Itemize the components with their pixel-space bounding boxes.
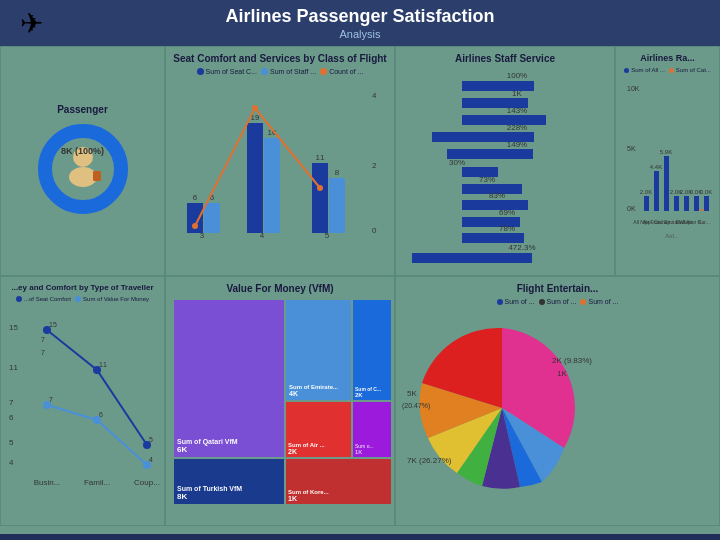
passenger-panel: Passenger 8K (100%) bbox=[0, 46, 165, 276]
svg-rect-63 bbox=[684, 196, 689, 211]
svg-point-24 bbox=[252, 105, 258, 111]
vfm-qatari-value: 6K bbox=[177, 445, 281, 454]
svg-text:7K (26.27%): 7K (26.27%) bbox=[407, 456, 452, 465]
svg-text:(20.47%): (20.47%) bbox=[402, 402, 430, 410]
seat-comfort-panel: Seat Comfort and Services by Class of Fl… bbox=[165, 46, 395, 276]
main-grid: Passenger 8K (100%) Seat Comfort and Ser… bbox=[0, 46, 720, 540]
svg-rect-14 bbox=[264, 138, 280, 233]
svg-text:228%: 228% bbox=[507, 123, 527, 132]
svg-text:Famil...: Famil... bbox=[84, 478, 110, 487]
comfort-chart: 15 11 7 6 5 4 15 7 11 6 5 4 7 7 bbox=[7, 305, 162, 495]
flight-label-1: Sum of ... bbox=[505, 298, 535, 305]
svg-text:4.4K: 4.4K bbox=[650, 164, 662, 170]
svg-point-23 bbox=[192, 223, 198, 229]
comfort-traveller-panel: ...ey and Comfort by Type of Traveller .… bbox=[0, 276, 165, 526]
legend-dot-2 bbox=[261, 68, 268, 75]
svg-text:11: 11 bbox=[9, 363, 18, 372]
svg-rect-19 bbox=[329, 178, 345, 233]
vfm-treemap: Sum of Qatari VfM 6K Sum of Emirate... 4… bbox=[172, 298, 387, 508]
rating-dot-2 bbox=[669, 68, 674, 73]
svg-text:5K: 5K bbox=[627, 145, 636, 152]
donut-label: 8K (100%) bbox=[61, 146, 104, 156]
header: ✈ Airlines Passenger Satisfaction Analys… bbox=[0, 0, 720, 46]
staff-service-chart: 100% 1K 143% 228% 149% 30% 73% 83% 69% bbox=[402, 68, 615, 276]
flight-legend-1: Sum of ... bbox=[497, 298, 535, 305]
vfm-air-value: 2K bbox=[288, 448, 349, 455]
svg-text:5: 5 bbox=[149, 436, 153, 443]
flight-pie: 2K (9.83%) 1K 5K (20.47%) 7K (26.27%) bbox=[402, 308, 602, 508]
svg-rect-51 bbox=[644, 196, 649, 211]
vfm-sum-value: 1K bbox=[355, 449, 389, 455]
rating-dot-1 bbox=[624, 68, 629, 73]
svg-rect-27 bbox=[462, 81, 534, 91]
svg-rect-68 bbox=[700, 209, 703, 211]
vfm-turkish-label: Sum of Turkish VfM bbox=[177, 485, 281, 492]
vfm-cell-sum: Sum o... 1K bbox=[353, 402, 391, 457]
svg-rect-57 bbox=[664, 156, 669, 211]
svg-rect-54 bbox=[654, 171, 659, 211]
legend-label-2: Sum of Staff ... bbox=[270, 68, 316, 75]
flight-dot-2 bbox=[539, 299, 545, 305]
svg-text:10K: 10K bbox=[627, 85, 640, 92]
flight-entertain-panel: Flight Entertain... Sum of ... Sum of ..… bbox=[395, 276, 720, 526]
svg-text:Busin...: Busin... bbox=[34, 478, 61, 487]
rating-label-2: Sum of Cat... bbox=[676, 67, 711, 73]
svg-text:472.3%: 472.3% bbox=[508, 243, 535, 252]
page-title: Airlines Passenger Satisfaction bbox=[225, 6, 494, 28]
rating-legend: Sum of All ... Sum of Cat... bbox=[622, 67, 713, 73]
svg-rect-60 bbox=[674, 196, 679, 211]
svg-text:8: 8 bbox=[335, 168, 340, 177]
svg-text:0K: 0K bbox=[627, 205, 636, 212]
flight-label-3: Sum of ... bbox=[588, 298, 618, 305]
legend-dot-3 bbox=[320, 68, 327, 75]
header-text: Airlines Passenger Satisfaction Analysis bbox=[225, 6, 494, 40]
flight-entertain-title: Flight Entertain... bbox=[402, 283, 713, 294]
comfort-legend: ...of Seat Comfort Sum of Value For Mone… bbox=[7, 296, 158, 302]
svg-text:11: 11 bbox=[316, 153, 325, 162]
vfm-kore-value: 1K bbox=[288, 495, 389, 502]
comfort-dot-2 bbox=[75, 296, 81, 302]
svg-rect-18 bbox=[312, 163, 328, 233]
svg-text:149%: 149% bbox=[507, 140, 527, 149]
svg-text:5.9K: 5.9K bbox=[660, 149, 672, 155]
svg-text:4: 4 bbox=[260, 231, 265, 240]
flight-legend: Sum of ... Sum of ... Sum of ... bbox=[402, 298, 713, 305]
vfm-title: Value For Money (VfM) bbox=[172, 283, 388, 294]
svg-text:7: 7 bbox=[41, 349, 45, 356]
svg-text:3: 3 bbox=[200, 231, 205, 240]
airlines-rating-panel: Airlines Ra... Sum of All ... Sum of Cat… bbox=[615, 46, 720, 276]
rating-legend-1: Sum of All ... bbox=[624, 67, 665, 73]
flight-legend-3: Sum of ... bbox=[580, 298, 618, 305]
svg-rect-41 bbox=[462, 200, 528, 210]
rating-chart: 10K 5K 0K 2.0K All Nipp... 4.4K Air Fran… bbox=[622, 76, 720, 246]
svg-text:15: 15 bbox=[9, 323, 18, 332]
svg-text:0.0K: 0.0K bbox=[700, 189, 712, 195]
svg-text:4: 4 bbox=[372, 91, 377, 100]
svg-text:100%: 100% bbox=[507, 71, 527, 80]
passenger-title: Passenger bbox=[57, 104, 108, 115]
svg-rect-4 bbox=[93, 171, 101, 181]
svg-text:4: 4 bbox=[9, 458, 14, 467]
svg-text:7: 7 bbox=[9, 398, 14, 407]
svg-text:1K: 1K bbox=[512, 89, 522, 98]
flight-legend-2: Sum of ... bbox=[539, 298, 577, 305]
svg-point-25 bbox=[317, 185, 323, 191]
svg-rect-13 bbox=[247, 123, 263, 233]
comfort-dot-1 bbox=[16, 296, 22, 302]
svg-text:7: 7 bbox=[41, 336, 45, 343]
svg-text:143%: 143% bbox=[507, 106, 527, 115]
vfm-cell-emirate: Sum of Emirate... 4K bbox=[286, 300, 351, 400]
svg-text:Kor...: Kor... bbox=[698, 219, 710, 225]
svg-text:0: 0 bbox=[372, 226, 377, 235]
svg-text:69%: 69% bbox=[499, 208, 515, 217]
vfm-cell-c: Sum of C... 2K bbox=[353, 300, 391, 400]
svg-text:5: 5 bbox=[325, 231, 330, 240]
seat-comfort-chart: 4 2 0 6 6 3 19 16 4 11 8 5 bbox=[172, 78, 382, 243]
svg-text:11: 11 bbox=[99, 361, 107, 368]
plane-icon: ✈ bbox=[20, 7, 43, 40]
vfm-cell-qatari: Sum of Qatari VfM 6K bbox=[174, 300, 284, 457]
svg-text:30%: 30% bbox=[449, 158, 465, 167]
comfort-label-2: Sum of Value For Money bbox=[83, 296, 149, 302]
svg-text:5: 5 bbox=[9, 438, 14, 447]
svg-text:6: 6 bbox=[9, 413, 14, 422]
